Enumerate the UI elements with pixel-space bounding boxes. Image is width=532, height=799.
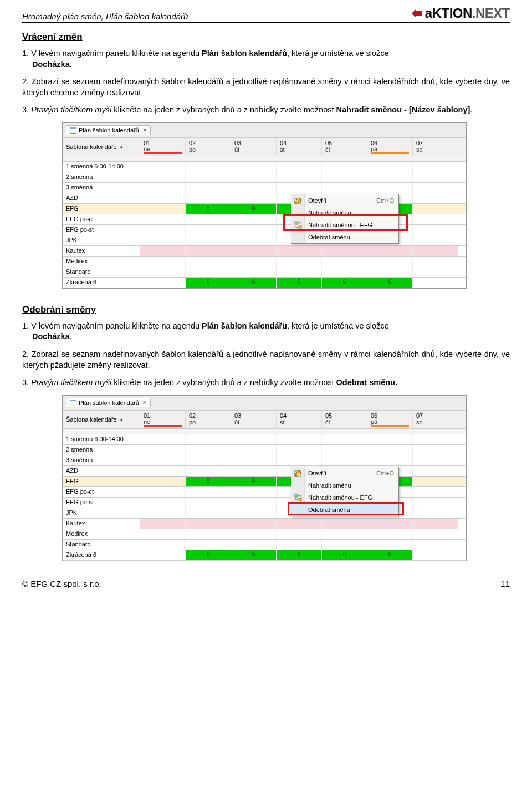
ctx-item-open[interactable]: Otevřít Ctrl+O xyxy=(291,467,398,479)
ctx-item-nahradit-smenou-efg[interactable]: Nahradit směnou - EFG xyxy=(291,491,398,504)
table-row[interactable]: Kautex xyxy=(63,246,466,257)
grid-rows: 1 smenná 6:00-14:00 2 smenna 3 směnná AZ… xyxy=(63,162,466,288)
col-header-day-05[interactable]: 05čt xyxy=(322,138,367,156)
swap-icon xyxy=(294,493,303,502)
table-row[interactable]: 3 směnná xyxy=(63,455,466,466)
ctx-item-nahradit-smenu[interactable]: Nahradit směnu xyxy=(291,479,398,491)
col-header-day-01[interactable]: 01ne xyxy=(140,411,186,428)
col-header-day-03[interactable]: 03út xyxy=(231,411,277,428)
edit-icon xyxy=(294,469,303,478)
tab-label: Plán šablon kalendářů xyxy=(79,400,139,406)
context-menu: Otevřít Ctrl+O Nahradit směnu Nahradit s… xyxy=(291,467,399,516)
table-row[interactable]: Standard xyxy=(63,267,466,278)
table-row-zkracena[interactable]: Zkrácená 6 6 6 6 6 6 xyxy=(63,550,466,561)
table-row[interactable]: JPK xyxy=(63,235,466,246)
col-header-day-02[interactable]: 02po xyxy=(186,138,231,156)
close-icon[interactable]: ✕ xyxy=(141,400,147,406)
step-2-1: 1. V levém navigačním panelu klikněte na… xyxy=(22,321,510,342)
screenshot-2: Plán šablon kalendářů ✕ Šablona kalendář… xyxy=(62,395,467,561)
col-header-day-03[interactable]: 03út xyxy=(231,138,277,156)
table-row[interactable]: AZD xyxy=(63,466,466,477)
col-header-day-06[interactable]: 06pá xyxy=(367,138,413,156)
ctx-item-nahradit-smenu[interactable]: Nahradit směnu xyxy=(291,207,398,219)
screenshot-1: Plán šablon kalendářů ✕ Šablona kalendář… xyxy=(62,122,467,289)
table-row[interactable]: AZD xyxy=(63,193,466,204)
tab-bar: Plán šablon kalendářů ✕ xyxy=(63,123,466,137)
svg-marker-0 xyxy=(412,9,422,18)
edit-icon xyxy=(294,196,303,205)
tab-label: Plán šablon kalendářů xyxy=(79,127,139,134)
step-1-2: 2. Zobrazí se seznam nadefinovaných šabl… xyxy=(22,76,510,98)
table-row[interactable]: EFG po-st xyxy=(63,498,466,508)
footer-copyright: © EFG CZ spol. s r.o. xyxy=(22,579,101,588)
col-header-day-04[interactable]: 04st xyxy=(277,411,322,428)
svg-rect-5 xyxy=(295,494,298,497)
col-header-day-02[interactable]: 02po xyxy=(186,411,231,428)
step-1-3: 3. Pravým tlačítkem myši klikněte na jed… xyxy=(22,105,510,116)
col-header-day-05[interactable]: 05čt xyxy=(322,411,367,428)
tab-bar: Plán šablon kalendářů ✕ xyxy=(63,396,466,410)
table-row[interactable]: 1 smenná 6:00-14:00 xyxy=(63,434,466,445)
table-row-efg[interactable]: EFG 8 8 8 8 8 xyxy=(63,204,466,214)
col-header-day-07[interactable]: 07so xyxy=(413,411,458,428)
page-header: Hromadný plán směn, Plán šablon kalendář… xyxy=(22,6,510,23)
sort-asc-icon: ▲ xyxy=(119,417,124,422)
table-row[interactable]: EFG po-st xyxy=(63,225,466,235)
ctx-item-nahradit-smenou-efg[interactable]: Nahradit směnou - EFG xyxy=(291,219,398,231)
logo-text: aKTION.NEXT xyxy=(425,6,510,21)
col-header-day-06[interactable]: 06pá xyxy=(367,411,413,428)
calendar-icon xyxy=(70,400,76,406)
header-title: Hromadný plán směn, Plán šablon kalendář… xyxy=(22,12,188,21)
svg-rect-2 xyxy=(295,222,298,224)
ctx-item-odebrat-smenu[interactable]: Odebrat směnu xyxy=(291,504,398,516)
table-row[interactable]: 3 směnná xyxy=(63,183,466,193)
table-row[interactable]: 2 smenna xyxy=(63,445,466,455)
table-row[interactable]: 2 smenna xyxy=(63,172,466,183)
footer-page-number: 11 xyxy=(500,579,510,588)
logo-arrow-icon xyxy=(411,7,423,19)
swap-icon xyxy=(294,221,303,229)
page-footer: © EFG CZ spol. s r.o. 11 xyxy=(22,577,510,588)
heading-vraceni-zmen: Vrácení změn xyxy=(22,32,510,43)
table-row[interactable]: Standard xyxy=(63,540,466,550)
calendar-icon xyxy=(70,127,76,134)
ctx-item-odebrat-smenu[interactable]: Odebrat směnu xyxy=(291,231,398,243)
table-row[interactable]: EFG po-ct xyxy=(63,487,466,498)
table-row[interactable]: 1 smenná 6:00-14:00 xyxy=(63,162,466,172)
table-row-efg[interactable]: EFG 8 8 8 8 8 xyxy=(63,477,466,487)
heading-odebrani-smeny: Odebrání směny xyxy=(22,304,510,315)
table-row[interactable]: EFG po-ct xyxy=(63,214,466,225)
grid-header: Šablona kalendáře ▲ 01ne 02po 03út 04st … xyxy=(63,410,466,429)
table-row[interactable]: Medirex xyxy=(63,529,466,540)
table-row[interactable]: Kautex xyxy=(63,519,466,529)
col-header-day-01[interactable]: 01ne xyxy=(140,138,186,156)
grid-header: Šablona kalendáře ▲ 01ne 02po 03út 04st … xyxy=(63,137,466,156)
logo: aKTION.NEXT xyxy=(411,6,510,21)
step-1-1: 1. V levém navigačním panelu klikněte na… xyxy=(22,48,510,70)
close-icon[interactable]: ✕ xyxy=(141,127,147,133)
tab-plan-sablon[interactable]: Plán šablon kalendářů ✕ xyxy=(66,398,151,407)
col-header-sablona[interactable]: Šablona kalendáře ▲ xyxy=(63,138,140,156)
col-header-sablona[interactable]: Šablona kalendáře ▲ xyxy=(63,411,140,428)
tab-plan-sablon[interactable]: Plán šablon kalendářů ✕ xyxy=(66,125,151,135)
col-header-day-07[interactable]: 07so xyxy=(413,138,458,156)
sort-asc-icon: ▲ xyxy=(119,144,124,150)
table-row[interactable]: JPK xyxy=(63,508,466,519)
context-menu: Otevřít Ctrl+O Nahradit směnu Nahradit s… xyxy=(291,194,399,244)
grid-rows: 1 smenná 6:00-14:00 2 smenna 3 směnná AZ… xyxy=(63,434,466,561)
ctx-item-open[interactable]: Otevřít Ctrl+O xyxy=(291,194,398,207)
table-row[interactable]: Medirex xyxy=(63,257,466,267)
table-row-zkracena[interactable]: Zkrácená 6 6 6 6 6 6 xyxy=(63,278,466,288)
step-2-2: 2. Zobrazí se seznam nadefinovaných šabl… xyxy=(22,349,510,371)
col-header-day-04[interactable]: 04st xyxy=(277,138,322,156)
svg-rect-6 xyxy=(299,498,301,501)
svg-rect-3 xyxy=(299,226,301,228)
step-2-3: 3. Pravým tlačítkem myši klikněte na jed… xyxy=(22,377,510,388)
